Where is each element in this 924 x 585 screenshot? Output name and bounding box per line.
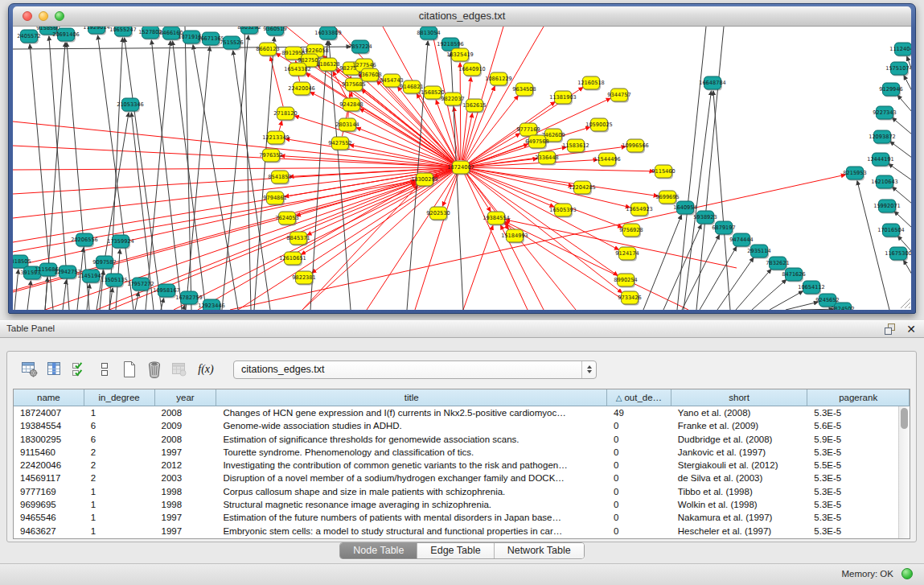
- graph-node[interactable]: 16648784: [699, 76, 726, 91]
- graph-node[interactable]: 13654923: [626, 203, 653, 217]
- graph-node[interactable]: 9733426: [618, 291, 641, 306]
- table-row[interactable]: 1830029562008Estimation of significance …: [14, 433, 910, 446]
- graph-node[interactable]: 7857224: [348, 40, 372, 55]
- graph-node[interactable]: 8660123: [256, 43, 279, 57]
- graph-node[interactable]: 2803144: [335, 118, 359, 133]
- graph-node[interactable]: 7832621: [766, 257, 789, 271]
- graph-node[interactable]: 9124174: [615, 247, 639, 262]
- column-header-name[interactable]: name: [14, 389, 84, 406]
- graph-node[interactable]: 11675300: [885, 247, 911, 262]
- graph-node[interactable]: 11124047: [889, 43, 911, 57]
- graph-node[interactable]: 15184993: [501, 229, 528, 244]
- resize-grip[interactable]: [901, 299, 910, 308]
- table-row[interactable]: 946362711997Embryonic stem cells: a mode…: [14, 525, 910, 538]
- network-window-titlebar[interactable]: citations_edges.txt: [13, 6, 911, 27]
- graph-node[interactable]: 9822381: [292, 271, 315, 286]
- graph-node[interactable]: 7624053: [275, 212, 298, 226]
- deselect-all-button[interactable]: [96, 360, 113, 378]
- graph-node[interactable]: 1362615: [462, 99, 486, 113]
- graph-node[interactable]: 11583612: [562, 139, 589, 154]
- graph-node[interactable]: 8541853: [268, 171, 291, 185]
- table-scrollbar[interactable]: [898, 406, 910, 538]
- network-canvas[interactable]: 2405572915856020691406119290141065524715…: [13, 27, 911, 310]
- graph-node[interactable]: 11544496: [593, 153, 621, 167]
- graph-node[interactable]: 9822037: [441, 93, 464, 107]
- graph-node[interactable]: 8845371: [286, 232, 310, 246]
- column-header-pagerank[interactable]: pagerank: [807, 389, 910, 406]
- graph-node[interactable]: 22420046: [288, 82, 315, 97]
- table-row[interactable]: 946554611997Estimation of the future num…: [14, 511, 910, 524]
- graph-node[interactable]: 9344757: [607, 89, 630, 103]
- graph-node[interactable]: 9794861: [263, 192, 286, 206]
- graph-node[interactable]: 1527802: [138, 27, 162, 40]
- graph-node[interactable]: 11929014: [83, 27, 110, 35]
- graph-node[interactable]: 13505135: [101, 274, 128, 288]
- graph-node[interactable]: 15992071: [873, 200, 901, 214]
- graph-node[interactable]: 2718120: [273, 107, 297, 122]
- create-column-button[interactable]: [121, 360, 138, 378]
- graph-node[interactable]: 6497568: [525, 135, 548, 150]
- graph-node[interactable]: 8215953: [843, 167, 866, 181]
- graph-node[interactable]: 8303292: [237, 27, 261, 35]
- column-header-year[interactable]: year: [155, 389, 217, 406]
- graph-node[interactable]: 7515526: [220, 36, 243, 51]
- graph-node[interactable]: 10654112: [798, 281, 825, 295]
- column-header-short[interactable]: short: [671, 389, 808, 406]
- column-header-out_de[interactable]: △out_de…: [607, 389, 671, 406]
- graph-node[interactable]: 9360519: [263, 27, 286, 37]
- graph-node[interactable]: 10996566: [622, 139, 649, 154]
- memory-status-indicator[interactable]: [901, 568, 913, 579]
- graph-node[interactable]: 5938923: [693, 211, 717, 225]
- table-mode-button[interactable]: [21, 360, 39, 378]
- graph-node[interactable]: 17359924: [107, 235, 134, 249]
- graph-node[interactable]: 2935114: [747, 245, 770, 259]
- graph-node[interactable]: 9375685: [342, 78, 365, 93]
- delete-table-button[interactable]: [170, 360, 188, 378]
- table-row[interactable]: 1872400712008Changes of HCN gene express…: [14, 406, 910, 419]
- graph-node[interactable]: 9146821: [400, 80, 423, 95]
- delete-column-button[interactable]: [146, 360, 163, 378]
- column-visibility-button[interactable]: [46, 360, 64, 378]
- table-row[interactable]: 1456911722003Disruption of a novel membe…: [14, 472, 910, 484]
- table-selector-dropdown[interactable]: citations_edges.txt: [233, 360, 597, 379]
- graph-node[interactable]: 8813054: [417, 27, 440, 41]
- graph-node[interactable]: 16640910: [458, 63, 486, 77]
- graph-node[interactable]: 9699695: [655, 191, 679, 205]
- graph-node[interactable]: 16033809: [314, 27, 342, 41]
- graph-node[interactable]: 9115460: [651, 165, 675, 179]
- graph-node[interactable]: 1640954: [673, 201, 696, 216]
- graph-node[interactable]: 6879197: [712, 221, 735, 236]
- table-row[interactable]: 2242004622012Investigating the contribut…: [14, 459, 910, 472]
- graph-node[interactable]: 15751074: [885, 62, 911, 76]
- graph-node[interactable]: 9242848: [339, 98, 363, 113]
- graph-node[interactable]: 21053346: [117, 98, 144, 113]
- graph-node[interactable]: 16210643: [871, 175, 898, 190]
- graph-node[interactable]: 9202530: [426, 207, 450, 221]
- graph-node[interactable]: 2405572: [17, 30, 40, 44]
- graph-node[interactable]: 9634508: [512, 83, 536, 97]
- table-row[interactable]: 911546021997Tourette syndrome. Phenomeno…: [14, 446, 910, 459]
- graph-node[interactable]: 17016504: [877, 224, 905, 238]
- graph-node[interactable]: 9474444: [729, 233, 753, 248]
- float-panel-icon[interactable]: [884, 323, 897, 336]
- table-row[interactable]: 977716911998Corpus callosum shape and si…: [14, 485, 910, 498]
- tab-network-table[interactable]: Network Table: [495, 543, 584, 558]
- graph-node[interactable]: 9129946: [879, 83, 902, 97]
- select-all-button[interactable]: [71, 360, 88, 378]
- graph-node[interactable]: 9756928: [619, 224, 643, 238]
- table-row[interactable]: 1938455462009Genome-wide association stu…: [14, 419, 910, 432]
- table-row[interactable]: 969969511998Structural magnetic resonanc…: [14, 498, 910, 511]
- graph-node[interactable]: 10590025: [585, 118, 613, 133]
- graph-node[interactable]: 7976352: [259, 149, 282, 163]
- column-header-in_degree[interactable]: in_degree: [84, 389, 155, 406]
- function-builder-button[interactable]: f(x): [195, 360, 216, 378]
- graph-node[interactable]: 9227343: [873, 106, 896, 121]
- graph-node[interactable]: 10655247: [109, 27, 137, 38]
- graph-node[interactable]: 8990254: [614, 274, 637, 288]
- tab-node-table[interactable]: Node Table: [340, 543, 417, 558]
- graph-node[interactable]: 20206556: [71, 233, 98, 248]
- table-scrollbar-thumb[interactable]: [901, 408, 908, 429]
- column-header-title[interactable]: title: [216, 389, 607, 406]
- close-panel-icon[interactable]: ✕: [906, 323, 916, 336]
- graph-node[interactable]: 9427552: [328, 137, 351, 151]
